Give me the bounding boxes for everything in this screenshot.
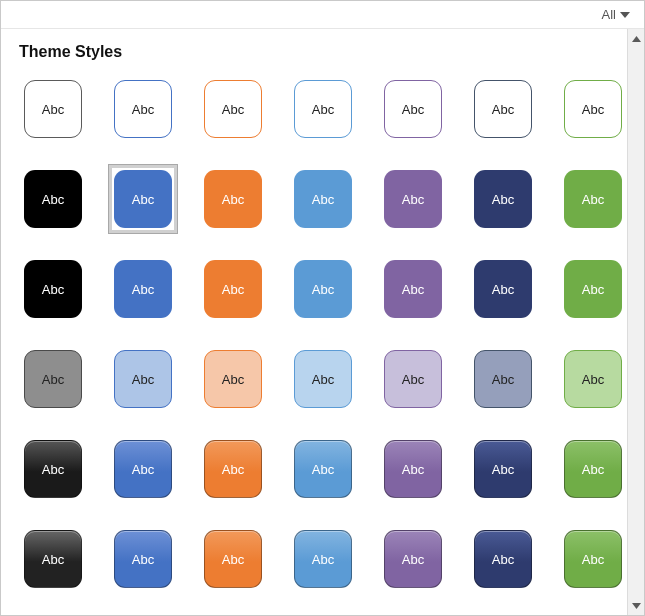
swatch-sample: Abc [114, 350, 172, 408]
swatch-sample: Abc [384, 170, 442, 228]
swatch-sample: Abc [564, 170, 622, 228]
style-swatch[interactable]: Abc [559, 525, 627, 593]
style-swatch[interactable]: Abc [199, 255, 267, 323]
swatch-sample: Abc [384, 80, 442, 138]
style-swatch[interactable]: Abc [289, 525, 357, 593]
style-swatch[interactable]: Abc [289, 165, 357, 233]
swatch-sample: Abc [204, 350, 262, 408]
swatch-sample: Abc [24, 530, 82, 588]
style-swatch[interactable]: Abc [109, 255, 177, 323]
swatch-sample: Abc [564, 440, 622, 498]
style-swatch[interactable]: Abc [559, 165, 627, 233]
swatch-sample: Abc [564, 350, 622, 408]
chevron-down-icon [620, 12, 630, 18]
style-swatch[interactable]: Abc [199, 75, 267, 143]
swatch-sample: Abc [114, 260, 172, 318]
swatch-sample: Abc [204, 260, 262, 318]
panel-body: Theme Styles AbcAbcAbcAbcAbcAbcAbcAbcAbc… [1, 29, 644, 615]
swatch-sample: Abc [294, 80, 352, 138]
swatch-sample: Abc [474, 260, 532, 318]
style-swatch[interactable]: Abc [379, 435, 447, 503]
swatch-sample: Abc [294, 260, 352, 318]
style-swatch[interactable]: Abc [19, 255, 87, 323]
swatch-sample: Abc [204, 170, 262, 228]
filter-dropdown[interactable]: All [598, 5, 634, 24]
style-swatch[interactable]: Abc [379, 165, 447, 233]
scroll-up-button[interactable] [629, 31, 644, 46]
style-swatch[interactable]: Abc [19, 165, 87, 233]
scroll-down-button[interactable] [629, 598, 644, 613]
style-swatch[interactable]: Abc [469, 75, 537, 143]
swatch-sample: Abc [474, 350, 532, 408]
scrollbar[interactable] [627, 29, 644, 615]
swatch-sample: Abc [114, 440, 172, 498]
style-swatch[interactable]: Abc [469, 165, 537, 233]
swatch-sample: Abc [564, 530, 622, 588]
swatch-sample: Abc [384, 260, 442, 318]
style-swatch[interactable]: Abc [289, 75, 357, 143]
style-swatch[interactable]: Abc [109, 435, 177, 503]
swatch-sample: Abc [474, 170, 532, 228]
style-swatch[interactable]: Abc [559, 255, 627, 323]
swatch-sample: Abc [204, 530, 262, 588]
swatch-sample: Abc [294, 350, 352, 408]
swatch-sample: Abc [384, 530, 442, 588]
swatch-sample: Abc [204, 80, 262, 138]
swatch-sample: Abc [384, 440, 442, 498]
style-swatch[interactable]: Abc [109, 525, 177, 593]
style-swatch[interactable]: Abc [19, 75, 87, 143]
style-swatch[interactable]: Abc [109, 345, 177, 413]
style-swatch[interactable]: Abc [109, 75, 177, 143]
panel-header: All [1, 1, 644, 29]
style-swatch[interactable]: Abc [199, 435, 267, 503]
swatch-sample: Abc [474, 440, 532, 498]
swatch-sample: Abc [114, 80, 172, 138]
style-swatch[interactable]: Abc [559, 435, 627, 503]
swatch-sample: Abc [114, 170, 172, 228]
swatch-sample: Abc [114, 530, 172, 588]
style-swatch[interactable]: Abc [199, 345, 267, 413]
swatch-sample: Abc [24, 80, 82, 138]
style-grid: AbcAbcAbcAbcAbcAbcAbcAbcAbcAbcAbcAbcAbcA… [19, 75, 609, 593]
section-title: Theme Styles [19, 43, 609, 61]
theme-styles-panel: All Theme Styles AbcAbcAbcAbcAbcAbcAbcAb… [0, 0, 645, 616]
swatch-sample: Abc [384, 350, 442, 408]
style-swatch[interactable]: Abc [19, 345, 87, 413]
style-swatch[interactable]: Abc [19, 525, 87, 593]
style-swatch[interactable]: Abc [469, 525, 537, 593]
style-swatch[interactable]: Abc [379, 255, 447, 323]
style-swatch[interactable]: Abc [289, 345, 357, 413]
style-swatch[interactable]: Abc [19, 435, 87, 503]
style-swatch[interactable]: Abc [559, 345, 627, 413]
style-swatch[interactable]: Abc [379, 525, 447, 593]
style-swatch[interactable]: Abc [469, 435, 537, 503]
style-swatch[interactable]: Abc [379, 75, 447, 143]
style-swatch[interactable]: Abc [199, 165, 267, 233]
swatch-sample: Abc [204, 440, 262, 498]
swatch-sample: Abc [24, 440, 82, 498]
swatch-sample: Abc [24, 170, 82, 228]
filter-label: All [602, 7, 616, 22]
swatch-sample: Abc [474, 530, 532, 588]
swatch-sample: Abc [564, 80, 622, 138]
style-swatch[interactable]: Abc [289, 255, 357, 323]
styles-content: Theme Styles AbcAbcAbcAbcAbcAbcAbcAbcAbc… [1, 29, 627, 615]
swatch-sample: Abc [294, 530, 352, 588]
style-swatch[interactable]: Abc [559, 75, 627, 143]
style-swatch[interactable]: Abc [469, 345, 537, 413]
swatch-sample: Abc [564, 260, 622, 318]
style-swatch[interactable]: Abc [289, 435, 357, 503]
style-swatch[interactable]: Abc [109, 165, 177, 233]
swatch-sample: Abc [474, 80, 532, 138]
style-swatch[interactable]: Abc [379, 345, 447, 413]
swatch-sample: Abc [294, 170, 352, 228]
swatch-sample: Abc [24, 260, 82, 318]
style-swatch[interactable]: Abc [199, 525, 267, 593]
style-swatch[interactable]: Abc [469, 255, 537, 323]
swatch-sample: Abc [294, 440, 352, 498]
swatch-sample: Abc [24, 350, 82, 408]
